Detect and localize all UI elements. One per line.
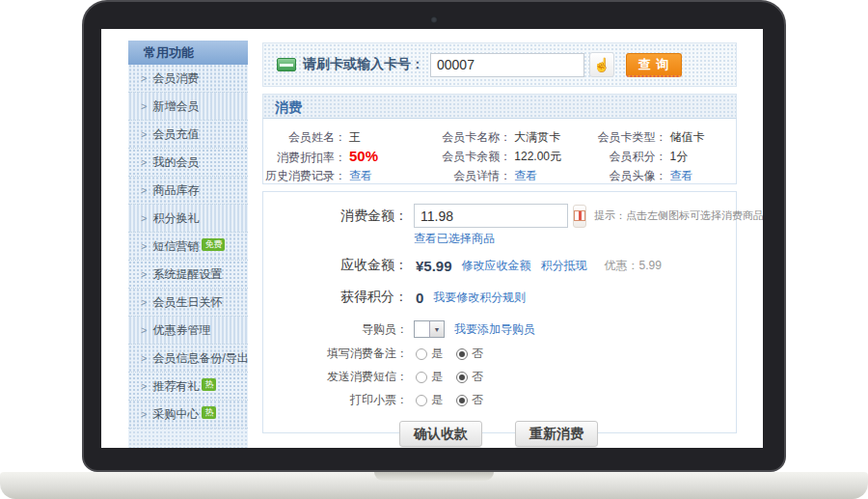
sidebar-item-member-backup-export[interactable]: >会员信息备份/导出 xyxy=(128,345,248,373)
confirm-payment-button[interactable]: 确认收款 xyxy=(399,421,482,447)
radio-yes-label: 是 xyxy=(431,392,443,408)
sidebar-item-label: 商品库存 xyxy=(152,183,199,197)
sidebar-item-label: 会员生日关怀 xyxy=(152,295,222,309)
sms-yes-radio[interactable] xyxy=(416,372,427,383)
member-name-label: 会员姓名： xyxy=(263,127,346,147)
print-label: 打印小票： xyxy=(263,392,408,408)
sidebar-item-label: 我的会员 xyxy=(152,155,199,169)
chevron-right-icon: > xyxy=(141,296,147,308)
member-avatar-view-link[interactable]: 查看 xyxy=(670,169,693,182)
sms-label: 发送消费短信： xyxy=(263,369,408,385)
discount-rate-value: 50% xyxy=(349,148,378,164)
member-detail-view-link[interactable]: 查看 xyxy=(514,169,537,182)
sidebar-item-product-inventory[interactable]: >商品库存 xyxy=(128,177,248,205)
sidebar-item-referral-rewards[interactable]: >推荐有礼热 xyxy=(128,373,248,401)
chevron-right-icon: > xyxy=(141,72,147,84)
card-input-label: 请刷卡或输入卡号： xyxy=(303,56,424,73)
points-offset-link[interactable]: 积分抵现 xyxy=(541,258,587,274)
member-points-label: 会员积分： xyxy=(596,147,667,166)
consume-form-panel: 消费金额： 提示：点击左侧图标可选择消费商品。 查看已选择商品 应收金额： ¥5… xyxy=(262,191,737,433)
radio-no-label: 否 xyxy=(472,346,483,362)
gift-icon xyxy=(574,210,585,221)
sidebar-item-points-exchange[interactable]: >积分换礼 xyxy=(128,205,248,233)
add-guide-link[interactable]: 我要添加导购员 xyxy=(454,321,535,338)
radio-no-label: 否 xyxy=(472,392,483,408)
chevron-right-icon: > xyxy=(141,408,147,420)
member-info-column: 会员卡类型：储值卡 会员积分：1分 会员头像：查看 xyxy=(596,127,736,183)
consume-amount-input[interactable] xyxy=(414,204,568,228)
chevron-right-icon: > xyxy=(141,100,147,112)
remark-yes-radio[interactable] xyxy=(416,348,427,360)
discount-rate-label: 消费折扣率： xyxy=(263,148,346,167)
view-selected-products-link[interactable]: 查看已选择商品 xyxy=(414,232,495,245)
chevron-right-icon: > xyxy=(141,268,147,280)
modify-receivable-link[interactable]: 修改应收金额 xyxy=(462,258,531,274)
view-selected-row: 查看已选择商品 xyxy=(414,231,736,247)
guide-row: 导购员： ▼ 我要添加导购员 xyxy=(263,320,736,338)
member-name-value: 王 xyxy=(349,130,361,144)
radio-yes-label: 是 xyxy=(431,346,443,362)
swipe-card-button[interactable]: ☝ xyxy=(589,52,614,77)
sidebar-item-label: 推荐有礼 xyxy=(152,379,199,393)
sidebar-item-birthday-care[interactable]: >会员生日关怀 xyxy=(128,289,248,317)
receivable-label: 应收金额： xyxy=(263,257,408,274)
earn-points-row: 获得积分： 0 我要修改积分规则 xyxy=(263,289,736,306)
main-content: 请刷卡或输入卡号： ☝ 查 询 消费 会员姓名：王 消费折扣率：50% 历史消费… xyxy=(262,42,737,433)
print-radio-row: 打印小票： 是否 xyxy=(263,392,736,408)
redo-consume-button[interactable]: 重新消费 xyxy=(515,421,598,447)
card-type-value: 储值卡 xyxy=(670,130,705,144)
sms-no-radio[interactable] xyxy=(456,372,468,383)
chevron-down-icon: ▼ xyxy=(429,321,444,337)
discount-amount-text: 优惠：5.99 xyxy=(605,258,662,274)
sidebar-item-sms-marketing[interactable]: >短信营销免费 xyxy=(128,233,248,261)
chevron-right-icon: > xyxy=(141,352,147,364)
remark-no-radio[interactable] xyxy=(456,348,468,360)
sidebar-item-member-consume[interactable]: >会员消费 xyxy=(128,65,248,93)
chevron-right-icon: > xyxy=(141,240,147,252)
amount-label: 消费金额： xyxy=(263,208,408,225)
sidebar-item-system-reminder[interactable]: >系统提醒设置 xyxy=(128,261,248,289)
history-view-link[interactable]: 查看 xyxy=(349,169,372,182)
receivable-value: ¥5.99 xyxy=(416,258,452,274)
member-info-column: 会员姓名：王 消费折扣率：50% 历史消费记录：查看 xyxy=(263,127,434,183)
sidebar-item-label: 新增会员 xyxy=(152,99,199,113)
sidebar-item-purchase-center[interactable]: >采购中心热 xyxy=(128,401,248,429)
guide-label: 导购员： xyxy=(263,321,408,338)
query-button[interactable]: 查 询 xyxy=(626,53,682,77)
sidebar-item-label: 会员充值 xyxy=(152,127,199,141)
sidebar-item-coupon-management[interactable]: >优惠券管理 xyxy=(128,317,248,345)
member-points-value: 1分 xyxy=(670,150,689,163)
form-buttons-row: 确认收款 重新消费 xyxy=(263,421,736,447)
sidebar-item-label: 采购中心 xyxy=(152,407,199,421)
sidebar-item-member-recharge[interactable]: >会员充值 xyxy=(128,121,248,149)
laptop-bezel: 常用功能 >会员消费 >新增会员 >会员充值 >我的会员 >商品库存 >积分换礼… xyxy=(82,0,786,472)
card-balance-label: 会员卡余额： xyxy=(434,147,511,166)
sms-radio-row: 发送消费短信： 是否 xyxy=(263,369,736,385)
sidebar-item-label: 系统提醒设置 xyxy=(152,267,222,281)
print-no-radio[interactable] xyxy=(456,395,468,406)
amount-tip: 提示：点击左侧图标可选择消费商品。 xyxy=(594,208,763,223)
card-type-label: 会员卡类型： xyxy=(596,127,667,147)
sidebar-header: 常用功能 xyxy=(128,41,248,65)
laptop-base xyxy=(0,472,868,499)
member-info-panel: 会员姓名：王 消费折扣率：50% 历史消费记录：查看 会员卡名称：大满贯卡 会员… xyxy=(262,119,737,184)
sidebar-item-label: 会员信息备份/导出 xyxy=(152,351,248,365)
remark-label: 填写消费备注： xyxy=(263,346,408,362)
card-name-value: 大满贯卡 xyxy=(514,130,560,144)
sidebar-item-my-members[interactable]: >我的会员 xyxy=(128,149,248,177)
section-title: 消费 xyxy=(275,99,302,115)
modify-points-rule-link[interactable]: 我要修改积分规则 xyxy=(433,290,526,306)
print-yes-radio[interactable] xyxy=(416,395,427,406)
card-number-input[interactable] xyxy=(430,53,584,77)
card-balance-value: 122.00元 xyxy=(514,150,561,163)
laptop-camera-icon xyxy=(431,16,438,23)
sidebar: 常用功能 >会员消费 >新增会员 >会员充值 >我的会员 >商品库存 >积分换礼… xyxy=(128,41,248,448)
history-label: 历史消费记录： xyxy=(263,166,346,185)
hot-badge: 热 xyxy=(202,378,216,391)
card-search-panel: 请刷卡或输入卡号： ☝ 查 询 xyxy=(262,42,737,87)
select-product-button[interactable] xyxy=(573,205,586,228)
section-header: 消费 xyxy=(262,94,737,119)
guide-select[interactable]: ▼ xyxy=(414,320,445,338)
laptop-notch xyxy=(374,472,494,481)
sidebar-item-add-member[interactable]: >新增会员 xyxy=(128,93,248,121)
